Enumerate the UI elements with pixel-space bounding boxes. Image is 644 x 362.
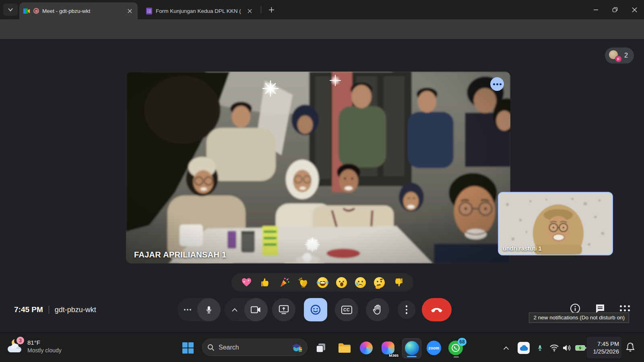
tab-forms[interactable]: Form Kunjungan Kedua DPL KKN ( [142, 2, 258, 19]
reaction-laugh[interactable] [316, 276, 328, 288]
task-view-icon [315, 342, 326, 354]
windows-taskbar: 3 81°F Mostly cloudy Search M365 [0, 333, 644, 362]
new-tab-button[interactable] [266, 5, 277, 15]
tab-close-icon[interactable] [126, 7, 134, 15]
wifi-icon [549, 344, 559, 352]
mic-button-group [178, 298, 221, 321]
reaction-wow[interactable] [335, 276, 347, 288]
chevron-down-icon [8, 7, 13, 12]
chevron-up-icon [232, 308, 237, 312]
participant-avatars: F [609, 50, 619, 61]
clock-date: 1/25/2026 [593, 348, 619, 355]
edge-active-indicator [407, 356, 417, 357]
battery-charging-icon [575, 345, 586, 351]
main-participant-name: FAJAR APRILIANSAH 1 [134, 250, 226, 259]
onedrive-icon [517, 341, 530, 354]
ellipsis-icon [184, 309, 191, 311]
folder-icon [338, 342, 351, 354]
copilot-icon [360, 341, 373, 354]
chevron-up-icon [503, 346, 509, 350]
camera-button-group [225, 298, 268, 321]
mic-button[interactable] [197, 298, 221, 321]
reaction-cry[interactable] [355, 276, 367, 288]
tab-search-button[interactable] [3, 4, 18, 16]
m365-copilot-button[interactable]: M365 [380, 340, 396, 356]
participants-pill[interactable]: F 2 [605, 47, 634, 64]
weather-temp: 81°F [27, 339, 62, 346]
meet-favicon-icon [23, 8, 30, 14]
reaction-thumbs-down[interactable] [392, 276, 405, 288]
reaction-thumbs-up[interactable] [259, 276, 271, 288]
notification-bell-button[interactable]: z [625, 342, 637, 354]
meeting-info-divider [49, 306, 49, 314]
tab-title: Form Kunjungan Kedua DPL KKN ( [156, 8, 242, 14]
task-view-button[interactable] [313, 340, 329, 356]
video-options-button[interactable] [225, 298, 244, 321]
weather-alert-badge: 3 [17, 337, 24, 344]
main-video-tile[interactable]: FAJAR APRILIANSAH 1 [126, 72, 510, 263]
participant-count: 2 [624, 52, 628, 59]
copilot-button[interactable] [358, 340, 374, 356]
clock-time: 7:45 PM [597, 341, 619, 347]
end-call-button[interactable] [422, 298, 452, 321]
edge-button[interactable] [402, 338, 421, 358]
tab-recording-indicator-icon [33, 8, 39, 14]
present-button[interactable] [272, 298, 295, 321]
file-explorer-button[interactable] [336, 340, 353, 356]
cc-icon: CC [341, 306, 352, 314]
close-button[interactable] [625, 0, 644, 19]
captions-button[interactable]: CC [335, 298, 358, 321]
smiley-icon [310, 304, 321, 315]
reaction-party-popper[interactable] [279, 276, 291, 288]
self-view-tile[interactable]: undri.rastuti 1 [498, 192, 613, 255]
tile-options-button[interactable] [490, 77, 504, 91]
whatsapp-button[interactable]: 68 [448, 340, 464, 356]
reactions-bar [231, 273, 413, 292]
edge-icon [405, 341, 419, 355]
apps-grid-icon [620, 305, 631, 312]
reaction-thinking[interactable] [374, 276, 386, 288]
mic-icon [537, 343, 543, 352]
phone-down-icon [431, 307, 443, 313]
minimize-button[interactable] [586, 0, 605, 19]
tab-close-icon[interactable] [246, 7, 254, 15]
weather-icon: 3 [6, 338, 23, 355]
tab-divider [261, 6, 261, 13]
participant-initial-badge: F [615, 56, 622, 62]
zoom-app-icon: zoom [427, 341, 441, 355]
wifi-tray-icon[interactable] [548, 340, 560, 356]
bell-dnd-icon: z [625, 342, 636, 352]
camera-button[interactable] [244, 298, 268, 321]
forms-favicon-icon [146, 8, 153, 14]
volume-tray-icon[interactable] [561, 340, 573, 356]
tab-title: Meet - gdt-pbzu-wkt [42, 8, 122, 14]
restore-button[interactable] [605, 0, 625, 19]
more-options-button[interactable] [398, 300, 415, 319]
start-button[interactable] [180, 340, 196, 356]
battery-tray-icon[interactable] [574, 340, 588, 356]
tray-clock[interactable]: 7:45 PM 1/25/2026 [587, 337, 621, 358]
speaker-icon [562, 344, 572, 352]
plus-icon [268, 7, 275, 13]
weather-widget[interactable]: 3 81°F Mostly cloudy [6, 338, 62, 355]
whatsapp-running-indicator [454, 356, 459, 358]
browser-titlebar: Meet - gdt-pbzu-wkt Form Kunjungan Kedua… [0, 0, 644, 19]
raise-hand-button[interactable] [366, 298, 389, 321]
m365-copilot-icon [382, 341, 394, 354]
main-video-feed [126, 72, 510, 263]
self-participant-name: undri.rastuti 1 [503, 245, 542, 252]
taskbar-search[interactable]: Search [202, 339, 308, 356]
reaction-clap[interactable] [297, 276, 310, 288]
zoom-app-button[interactable]: zoom [426, 340, 442, 356]
onedrive-button[interactable] [516, 340, 531, 356]
screen: Meet - gdt-pbzu-wkt Form Kunjungan Kedua… [0, 0, 644, 362]
audio-options-button[interactable] [178, 298, 197, 321]
mic-in-use-tray-icon[interactable] [535, 340, 545, 356]
tab-meet[interactable]: Meet - gdt-pbzu-wkt [19, 2, 138, 19]
reaction-heart-sparkle[interactable] [240, 276, 252, 288]
tray-overflow-button[interactable] [501, 340, 511, 356]
svg-text:z: z [632, 342, 633, 346]
present-screen-icon [279, 305, 289, 315]
meeting-code: gdt-pbzu-wkt [55, 306, 96, 314]
reactions-button[interactable] [304, 298, 327, 321]
